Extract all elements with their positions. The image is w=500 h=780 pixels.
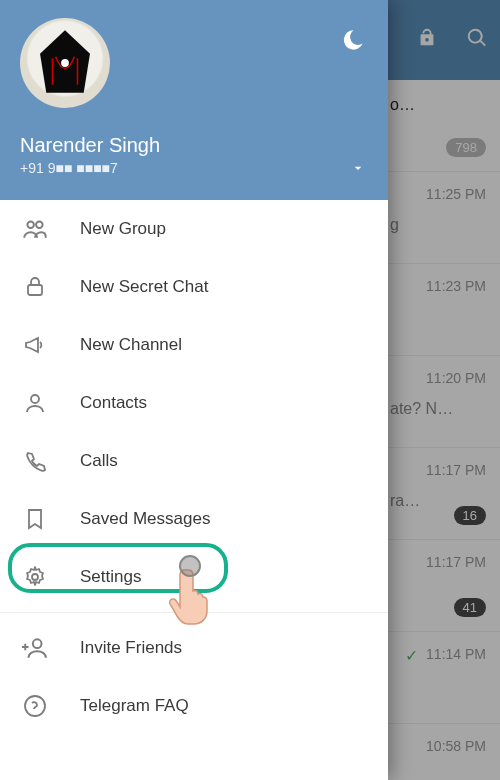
- menu-label: Calls: [80, 451, 118, 471]
- svg-point-2: [36, 221, 43, 228]
- svg-point-6: [33, 639, 42, 648]
- menu-saved-messages[interactable]: Saved Messages: [0, 490, 388, 548]
- menu-divider: [0, 612, 388, 613]
- night-mode-icon[interactable]: [340, 28, 366, 58]
- menu-new-group[interactable]: New Group: [0, 200, 388, 258]
- add-person-icon: [22, 635, 48, 661]
- menu-label: Saved Messages: [80, 509, 210, 529]
- svg-rect-3: [28, 285, 42, 295]
- group-icon: [22, 216, 48, 242]
- svg-point-5: [32, 574, 38, 580]
- chevron-down-icon[interactable]: [350, 160, 366, 180]
- phone-icon: [22, 449, 48, 473]
- person-icon: [22, 391, 48, 415]
- menu-settings[interactable]: Settings: [0, 548, 388, 606]
- drawer-menu: New Group New Secret Chat New Channel Co…: [0, 200, 388, 780]
- menu-contacts[interactable]: Contacts: [0, 374, 388, 432]
- svg-point-0: [61, 59, 69, 67]
- menu-label: Contacts: [80, 393, 147, 413]
- user-phone: +91 9■■ ■■■■7: [20, 160, 368, 176]
- menu-telegram-faq[interactable]: Telegram FAQ: [0, 677, 388, 735]
- menu-label: Settings: [80, 567, 141, 587]
- menu-label: Telegram FAQ: [80, 696, 189, 716]
- user-name: Narender Singh: [20, 134, 368, 157]
- drawer-header: Narender Singh +91 9■■ ■■■■7: [0, 0, 388, 200]
- gear-icon: [22, 565, 48, 589]
- menu-calls[interactable]: Calls: [0, 432, 388, 490]
- avatar[interactable]: [20, 18, 110, 108]
- menu-label: Invite Friends: [80, 638, 182, 658]
- lock-icon: [22, 275, 48, 299]
- menu-label: New Channel: [80, 335, 182, 355]
- dim-overlay[interactable]: [388, 0, 500, 780]
- menu-invite-friends[interactable]: Invite Friends: [0, 619, 388, 677]
- menu-label: New Group: [80, 219, 166, 239]
- svg-point-1: [27, 221, 34, 228]
- bookmark-icon: [22, 507, 48, 531]
- svg-point-7: [25, 696, 45, 716]
- menu-new-channel[interactable]: New Channel: [0, 316, 388, 374]
- megaphone-icon: [22, 333, 48, 357]
- svg-point-4: [31, 395, 39, 403]
- menu-label: New Secret Chat: [80, 277, 209, 297]
- menu-new-secret-chat[interactable]: New Secret Chat: [0, 258, 388, 316]
- navigation-drawer: Narender Singh +91 9■■ ■■■■7 New Group N…: [0, 0, 388, 780]
- help-icon: [22, 694, 48, 718]
